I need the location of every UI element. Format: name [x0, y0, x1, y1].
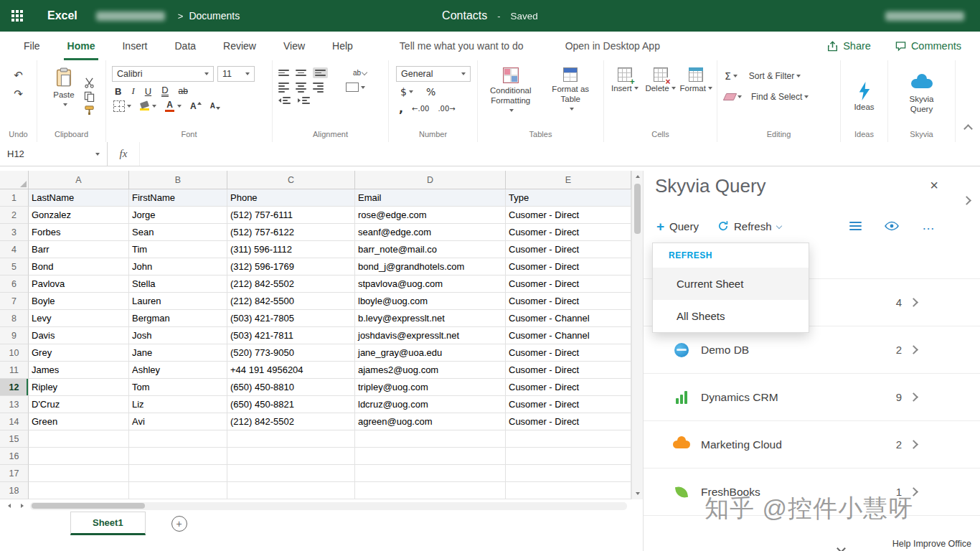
tab-file[interactable]: File: [10, 32, 54, 60]
app-name[interactable]: Excel: [47, 9, 77, 22]
font-name-select[interactable]: Calibri: [112, 66, 214, 82]
cell-A2[interactable]: Gonzalez: [29, 207, 129, 224]
ideas-button[interactable]: Ideas: [844, 82, 885, 111]
cell-B12[interactable]: Tom: [129, 379, 227, 396]
preview-eye-icon[interactable]: [885, 221, 899, 231]
cell-E3[interactable]: Cusomer - Direct: [506, 224, 631, 241]
cell-D18[interactable]: [355, 482, 506, 499]
cell-E17[interactable]: [506, 465, 631, 482]
row-header-13[interactable]: 13: [0, 396, 29, 413]
cell-A15[interactable]: [29, 430, 129, 448]
cell-E7[interactable]: Cusomer - Direct: [506, 293, 631, 310]
comma-style-button[interactable]: ,: [399, 102, 403, 116]
align-right-button[interactable]: [313, 83, 324, 93]
cell-E10[interactable]: Cusomer - Direct: [506, 344, 631, 362]
cell-C9[interactable]: (503) 421-7811: [227, 327, 355, 344]
cell-E6[interactable]: Cusomer - Direct: [506, 276, 631, 293]
cell-D2[interactable]: rose@edge.com: [355, 207, 506, 224]
tab-insert[interactable]: Insert: [108, 32, 161, 60]
tab-home[interactable]: Home: [54, 32, 109, 60]
sort-filter-button[interactable]: Sort & Filter: [749, 71, 801, 81]
tell-me-box[interactable]: Tell me what you want to do: [400, 40, 524, 52]
cell-D7[interactable]: lboyle@uog.com: [355, 293, 506, 310]
row-header-10[interactable]: 10: [0, 344, 29, 362]
cell-D1[interactable]: Email: [355, 189, 506, 207]
cell-B1[interactable]: FirstName: [129, 189, 227, 207]
wrap-text-button[interactable]: ab: [353, 69, 367, 77]
row-header-16[interactable]: 16: [0, 448, 29, 465]
row-header-8[interactable]: 8: [0, 310, 29, 327]
cell-A3[interactable]: Forbes: [29, 224, 129, 241]
column-header-B[interactable]: B: [129, 171, 227, 189]
sheet-tab-sheet1[interactable]: Sheet1: [70, 512, 146, 535]
percent-format-button[interactable]: %: [426, 86, 435, 98]
strikethrough-button[interactable]: ab: [179, 86, 188, 96]
delete-cells-button[interactable]: Delete: [643, 65, 679, 128]
cell-D16[interactable]: [355, 448, 506, 465]
cell-E16[interactable]: [506, 448, 631, 465]
connection-item-dynamics-crm[interactable]: Dynamics CRM9: [644, 374, 980, 421]
cell-E11[interactable]: Cusomer - Direct: [506, 362, 631, 379]
row-header-18[interactable]: 18: [0, 482, 29, 499]
row-header-14[interactable]: 14: [0, 413, 29, 430]
merge-center-button[interactable]: [346, 83, 365, 92]
dropdown-item-current-sheet[interactable]: Current Sheet: [653, 268, 809, 300]
row-header-3[interactable]: 3: [0, 224, 29, 241]
row-header-17[interactable]: 17: [0, 465, 29, 482]
help-improve-office-link[interactable]: Help Improve Office: [892, 539, 971, 549]
comments-button[interactable]: Comments: [895, 40, 961, 52]
cell-A14[interactable]: Green: [29, 413, 129, 430]
tab-data[interactable]: Data: [161, 32, 209, 60]
query-list-icon[interactable]: [849, 222, 862, 230]
underline-button[interactable]: U: [145, 86, 151, 97]
cell-A13[interactable]: D'Cruz: [29, 396, 129, 413]
cell-E13[interactable]: Cusomer - Direct: [506, 396, 631, 413]
cell-A10[interactable]: Grey: [29, 344, 129, 362]
cell-C3[interactable]: (512) 757-6122: [227, 224, 355, 241]
cell-B5[interactable]: John: [129, 258, 227, 276]
cell-A12[interactable]: Ripley: [29, 379, 129, 396]
row-header-5[interactable]: 5: [0, 258, 29, 276]
row-header-4[interactable]: 4: [0, 241, 29, 258]
insert-cells-button[interactable]: Insert: [607, 65, 643, 128]
grow-font-button[interactable]: A: [190, 102, 202, 110]
cell-B17[interactable]: [129, 465, 227, 482]
cell-E8[interactable]: Cusomer - Channel: [506, 310, 631, 327]
cell-C5[interactable]: (312) 596-1769: [227, 258, 355, 276]
cell-E1[interactable]: Type: [506, 189, 631, 207]
clear-button[interactable]: [725, 93, 742, 100]
cell-B11[interactable]: Ashley: [129, 362, 227, 379]
share-button[interactable]: Share: [827, 40, 871, 52]
cell-C17[interactable]: [227, 465, 355, 482]
cell-E4[interactable]: Cusomer - Direct: [506, 241, 631, 258]
column-header-C[interactable]: C: [227, 171, 355, 189]
double-underline-button[interactable]: D: [161, 85, 168, 97]
cell-A17[interactable]: [29, 465, 129, 482]
cell-C14[interactable]: (212) 842-5502: [227, 413, 355, 430]
cell-D4[interactable]: barr_note@mail.co: [355, 241, 506, 258]
cell-D12[interactable]: tripley@uog.com: [355, 379, 506, 396]
cell-D8[interactable]: b.levy@expresslt.net: [355, 310, 506, 327]
scroll-right-arrow-icon[interactable]: [17, 501, 27, 510]
row-header-15[interactable]: 15: [0, 430, 29, 448]
decrease-decimal-button[interactable]: ←.00: [412, 105, 429, 113]
scroll-up-arrow-icon[interactable]: [632, 171, 643, 182]
vertical-scroll-thumb[interactable]: [634, 184, 641, 234]
cell-A6[interactable]: Pavlova: [29, 276, 129, 293]
cell-E12[interactable]: Cusomer - Direct: [506, 379, 631, 396]
cell-E9[interactable]: Cusomer - Channel: [506, 327, 631, 344]
name-box[interactable]: H12: [0, 142, 108, 166]
dropdown-item-all-sheets[interactable]: All Sheets: [653, 300, 809, 332]
row-header-6[interactable]: 6: [0, 276, 29, 293]
document-title[interactable]: Contacts: [442, 9, 487, 22]
new-query-button[interactable]: + Query: [656, 220, 699, 233]
vertical-scrollbar[interactable]: [631, 171, 643, 499]
collapse-ribbon-chevron-icon[interactable]: [965, 122, 971, 135]
paste-button[interactable]: Paste: [48, 65, 80, 128]
cell-E5[interactable]: Cusomer - Direct: [506, 258, 631, 276]
increase-indent-button[interactable]: [298, 97, 310, 104]
cell-B3[interactable]: Sean: [129, 224, 227, 241]
undo-button[interactable]: ↶: [14, 69, 23, 82]
font-color-button[interactable]: A: [165, 100, 174, 112]
cell-D11[interactable]: ajames2@uog.com: [355, 362, 506, 379]
